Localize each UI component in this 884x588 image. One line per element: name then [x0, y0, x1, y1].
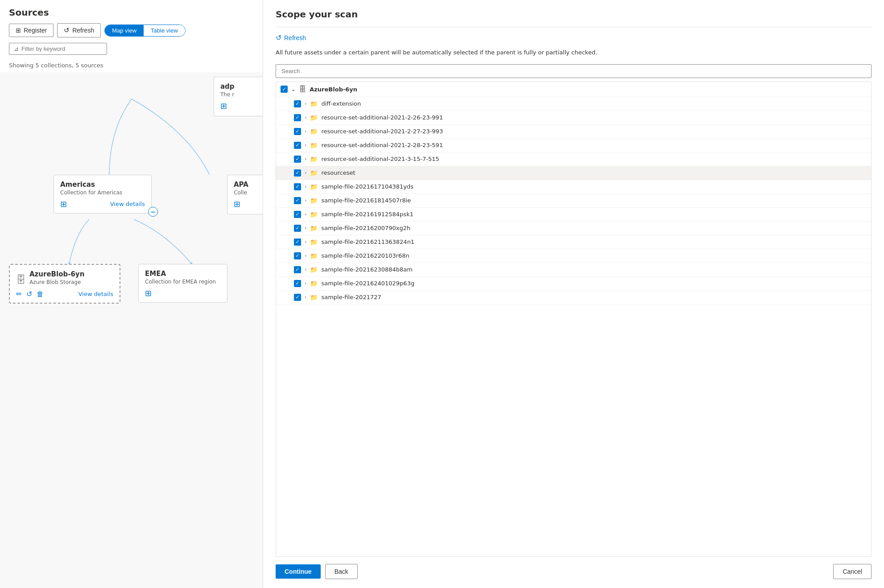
tree-item[interactable]: ›📁resourceset [276, 166, 871, 180]
tree-item[interactable]: ›📁sample-file-20216200790xg2h [276, 222, 871, 235]
emea-title: EMEA [145, 270, 221, 278]
item-checkbox[interactable] [294, 183, 301, 190]
tree-item[interactable]: ›📁sample-file-20216230884b8am [276, 263, 871, 277]
tree-item[interactable]: ›📁sample-file-2021617104381yds [276, 180, 871, 194]
blob-title: AzureBlob-6yn [29, 270, 84, 278]
tree-item[interactable]: ›📁resource-set-additional-2021-2-28-23-5… [276, 139, 871, 152]
americas-title: Americas [60, 181, 145, 189]
blob-actions: ✏ ↺ 🗑 View details [16, 290, 113, 298]
filter-input-wrap: ⊿ [9, 43, 107, 55]
item-checkbox[interactable] [294, 266, 301, 273]
item-checkbox[interactable] [294, 252, 301, 259]
item-checkbox[interactable] [294, 100, 301, 107]
item-chevron: › [305, 115, 306, 120]
blob-view-link[interactable]: View details [78, 291, 113, 297]
item-checkbox[interactable] [294, 294, 301, 301]
item-checkbox[interactable] [294, 128, 301, 135]
item-chevron: › [305, 239, 306, 245]
item-checkbox[interactable] [294, 211, 301, 218]
collapse-button[interactable]: − [148, 207, 158, 217]
tree-item[interactable]: ›📁sample-file-20216220103r68n [276, 249, 871, 263]
tree-item[interactable]: ›📁sample-file-2021727 [276, 291, 871, 304]
item-folder-icon: 📁 [310, 266, 318, 273]
item-folder-icon: 📁 [310, 114, 318, 121]
item-chevron: › [305, 156, 306, 162]
americas-view-link[interactable]: View details [110, 201, 145, 207]
apa-title: APA [234, 181, 256, 189]
refresh-icon-left: ↺ [64, 26, 70, 34]
tree-item[interactable]: ›📁resource-set-additional-2021-2-27-23-9… [276, 125, 871, 139]
refresh-button-right[interactable]: ↺ Refresh [276, 33, 872, 42]
blob-delete-button[interactable]: 🗑 [37, 290, 44, 298]
divider [276, 27, 872, 27]
item-label: resource-set-additional-2021-2-28-23-591 [321, 142, 443, 148]
item-label: sample-file-2021617104381yds [321, 183, 413, 190]
item-chevron: › [305, 197, 306, 203]
toolbar: ⊞ Register ↺ Refresh Map view Table view [9, 23, 254, 37]
blob-storage-icon: 🗄 [16, 274, 26, 285]
item-checkbox[interactable] [294, 197, 301, 204]
tree-item[interactable]: ›📁sample-file-20216211363824n1 [276, 235, 871, 249]
map-area: adp The r ⊞ Americas Collection for Amer… [0, 72, 263, 588]
table-view-button[interactable]: Table view [144, 25, 185, 36]
item-chevron: › [305, 170, 306, 176]
emea-actions: ⊞ [145, 288, 221, 298]
scope-description: All future assets under a certain parent… [276, 48, 872, 57]
item-checkbox[interactable] [294, 142, 301, 149]
refresh-button-left[interactable]: ↺ Refresh [57, 23, 101, 37]
tree-item[interactable]: ›📁diff-extension [276, 97, 871, 111]
item-chevron: › [305, 101, 306, 107]
item-label: sample-file-202162401029p63g [321, 280, 414, 287]
back-button[interactable]: Back [325, 564, 358, 579]
item-checkbox[interactable] [294, 238, 301, 246]
item-label: sample-file-202161912584psk1 [321, 211, 413, 218]
item-folder-icon: 📁 [310, 252, 318, 259]
filter-icon: ⊿ [14, 45, 19, 52]
adp-title: adp [220, 82, 256, 90]
tree-item[interactable]: ›📁resource-set-additional-2021-2-26-23-9… [276, 111, 871, 125]
tree-item[interactable]: ›📁sample-file-202161912584psk1 [276, 208, 871, 222]
americas-grid-icon: ⊞ [60, 199, 67, 209]
tree-item[interactable]: ›📁resource-set-additional-2021-3-15-7-51… [276, 152, 871, 166]
apa-card: APA Colle ⊞ [227, 175, 263, 214]
filter-input[interactable] [21, 45, 102, 52]
tree-item[interactable]: ›📁sample-file-202161814507r8ie [276, 194, 871, 208]
item-folder-icon: 📁 [310, 100, 318, 107]
connector-lines [0, 72, 263, 588]
americas-card: Americas Collection for Americas ⊞ View … [54, 175, 152, 214]
item-chevron: › [305, 142, 306, 148]
item-checkbox[interactable] [294, 169, 301, 177]
register-button[interactable]: ⊞ Register [9, 24, 54, 37]
left-panel: Sources ⊞ Register ↺ Refresh Map view Ta… [0, 0, 263, 588]
item-folder-icon: 📁 [310, 197, 318, 204]
tree-root-item[interactable]: ⌄ 🗄 AzureBlob-6yn [276, 82, 871, 97]
item-label: sample-file-20216200790xg2h [321, 225, 410, 231]
blob-scan-button[interactable]: ↺ [26, 290, 32, 298]
root-label: AzureBlob-6yn [310, 86, 357, 93]
apa-grid-icon: ⊞ [234, 199, 256, 209]
cancel-button[interactable]: Cancel [833, 564, 872, 579]
continue-button[interactable]: Continue [276, 564, 321, 579]
item-checkbox[interactable] [294, 114, 301, 121]
item-checkbox[interactable] [294, 225, 301, 232]
item-label: resource-set-additional-2021-3-15-7-515 [321, 156, 439, 162]
root-chevron: ⌄ [291, 86, 295, 92]
item-label: sample-file-202161814507r8ie [321, 197, 411, 204]
americas-subtitle: Collection for Americas [60, 189, 145, 196]
scope-title: Scope your scan [276, 9, 872, 20]
page-title: Sources [9, 7, 254, 18]
item-folder-icon: 📁 [310, 211, 318, 218]
blob-edit-button[interactable]: ✏ [16, 290, 22, 298]
adp-card: adp The r ⊞ [214, 77, 263, 116]
item-checkbox[interactable] [294, 280, 301, 287]
tree-items-container: ›📁diff-extension›📁resource-set-additiona… [276, 97, 871, 304]
map-view-button[interactable]: Map view [105, 25, 144, 36]
item-checkbox[interactable] [294, 156, 301, 163]
item-label: sample-file-20216211363824n1 [321, 238, 414, 245]
root-checkbox[interactable] [281, 86, 288, 93]
right-panel: Scope your scan ↺ Refresh All future ass… [263, 0, 884, 588]
left-header: Sources ⊞ Register ↺ Refresh Map view Ta… [0, 0, 263, 62]
scope-search-input[interactable] [276, 64, 872, 78]
tree-item[interactable]: ›📁sample-file-202162401029p63g [276, 277, 871, 291]
refresh-icon-right: ↺ [276, 33, 281, 42]
